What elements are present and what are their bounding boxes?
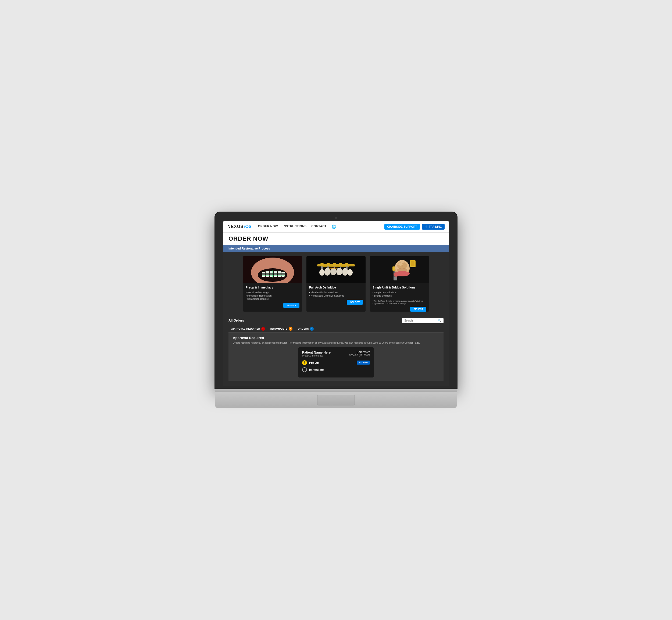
laptop-hinge xyxy=(215,389,457,392)
nav-order-now[interactable]: ORDER NOW xyxy=(258,224,278,229)
nav-instructions[interactable]: INSTRUCTIONS xyxy=(283,224,307,229)
screen-bezel: NEXUS iOS ORDER NOW INSTRUCTIONS CONTACT… xyxy=(215,212,457,389)
svg-rect-59 xyxy=(411,261,414,266)
feature-item: Bridge Solutions xyxy=(373,295,426,297)
card-fullarch-body: Full Arch Definitive Fixed Definitive So… xyxy=(306,283,366,303)
svg-point-30 xyxy=(342,268,348,275)
search-icon: 🔍 xyxy=(438,319,441,322)
logo-ios: iOS xyxy=(244,224,251,229)
nav-actions: CHAIRSIDE SUPPORT 👤 TRAINING xyxy=(384,224,445,229)
order-item-left: ! Pre Op xyxy=(302,360,319,365)
feature-item: Virtual Smile Design xyxy=(246,291,299,294)
tab-orders-badge: 3 xyxy=(310,327,314,331)
tab-approval-badge: 1 xyxy=(261,327,265,331)
tab-approval-label: APPROVAL REQUIRED xyxy=(231,327,260,330)
open-icon: ✎ xyxy=(359,361,361,364)
card-preop-body: Preop & Immediacy Virtual Smile Design I… xyxy=(243,283,302,306)
order-card-header: Patient Name Here Preop & Immediacy 8/31… xyxy=(302,351,370,358)
trackpad xyxy=(317,395,355,405)
card-preop-features: Virtual Smile Design Immediate Restorati… xyxy=(246,291,299,300)
tab-orders[interactable]: ORDERS 3 xyxy=(295,325,317,332)
svg-rect-33 xyxy=(327,263,330,266)
card-single-features: Single Unit Solutions Bridge Solutions xyxy=(373,291,426,297)
nav-bar: NEXUS iOS ORDER NOW INSTRUCTIONS CONTACT… xyxy=(223,221,449,232)
tab-incomplete-label: INCOMPLETE xyxy=(270,327,288,330)
order-item-immediate-label: Immediate xyxy=(309,368,324,371)
card-preop-image xyxy=(243,256,302,283)
open-preop-button[interactable]: ✎ OPEN xyxy=(357,361,370,365)
chairside-support-button[interactable]: CHAIRSIDE SUPPORT xyxy=(384,224,419,229)
intended-process-header: Intended Restorative Process xyxy=(223,245,449,252)
feature-item: Single Unit Solutions xyxy=(373,291,426,294)
svg-point-27 xyxy=(325,268,330,275)
tab-incomplete-badge: 1 xyxy=(289,327,292,331)
approval-title: Approval Required xyxy=(233,336,439,340)
svg-point-55 xyxy=(394,272,399,277)
page-title: ORDER NOW xyxy=(228,235,444,242)
feature-item: Removable Definitive Solutions xyxy=(309,295,363,297)
order-patient-info: Patient Name Here Preop & Immediacy xyxy=(302,351,331,358)
select-preop-button[interactable]: SELECT xyxy=(283,303,299,308)
logo-nexus: NEXUS xyxy=(227,224,243,229)
svg-rect-36 xyxy=(345,263,348,266)
card-single-image xyxy=(370,256,429,283)
card-fullarch: Full Arch Definitive Fixed Definitive So… xyxy=(306,256,366,312)
card-single: Single Unit & Bridge Solutions Single Un… xyxy=(370,256,429,312)
order-item-row-2: Immediate xyxy=(302,367,370,372)
card-fullarch-image xyxy=(306,256,366,283)
tab-orders-label: ORDERS xyxy=(298,327,309,330)
tabs-bar: APPROVAL REQUIRED 1 INCOMPLETE 1 ORDERS … xyxy=(228,325,444,332)
open-label: OPEN xyxy=(361,361,368,364)
card-preop-title: Preop & Immediacy xyxy=(246,286,299,289)
order-type: Preop & Immediacy xyxy=(302,354,331,357)
laptop-base xyxy=(215,392,457,408)
card-preop: Preop & Immediacy Virtual Smile Design I… xyxy=(243,256,302,312)
svg-point-56 xyxy=(398,263,403,266)
approval-description: Orders requiring Approval, or additional… xyxy=(233,342,439,344)
select-fullarch-button[interactable]: SELECT xyxy=(347,300,363,305)
svg-point-52 xyxy=(402,262,407,269)
svg-point-26 xyxy=(319,269,325,275)
tab-incomplete[interactable]: INCOMPLETE 1 xyxy=(268,325,295,332)
order-item-preop-label: Pre Op xyxy=(309,361,319,364)
training-button[interactable]: 👤 TRAINING xyxy=(422,224,445,229)
card-single-title: Single Unit & Bridge Solutions xyxy=(373,286,426,289)
card-fullarch-features: Fixed Definitive Solutions Removable Def… xyxy=(309,291,363,297)
order-item-row: ! Pre Op ✎ OPEN xyxy=(302,360,370,365)
approval-section: Approval Required Orders requiring Appro… xyxy=(228,332,444,381)
select-single-button[interactable]: SELECT xyxy=(410,307,426,312)
svg-point-31 xyxy=(347,269,353,275)
tab-approval-required[interactable]: APPROVAL REQUIRED 1 xyxy=(228,325,268,332)
order-date-info: 8/31/2022 37545-A (1710102) xyxy=(349,351,370,358)
laptop-camera xyxy=(335,217,337,219)
svg-rect-18 xyxy=(306,256,366,283)
nav-links: ORDER NOW INSTRUCTIONS CONTACT 🌐 xyxy=(258,224,385,229)
search-input[interactable] xyxy=(404,319,437,322)
circle-icon xyxy=(302,367,307,372)
order-date: 8/31/2022 xyxy=(349,351,370,354)
laptop-container: NEXUS iOS ORDER NOW INSTRUCTIONS CONTACT… xyxy=(215,212,457,408)
orders-section: All Orders 🔍 APPROVAL REQUIRED 1 INCOMPL xyxy=(228,316,444,381)
nav-contact[interactable]: CONTACT xyxy=(311,224,326,229)
svg-point-29 xyxy=(336,268,342,275)
feature-item: Immediate Restoration xyxy=(246,295,299,297)
search-box[interactable]: 🔍 xyxy=(402,318,444,323)
training-label: TRAINING xyxy=(429,225,442,228)
page-title-bar: ORDER NOW xyxy=(223,232,449,245)
orders-header: All Orders 🔍 xyxy=(228,316,444,325)
cards-container: Preop & Immediacy Virtual Smile Design I… xyxy=(223,252,449,316)
orders-title: All Orders xyxy=(228,319,244,322)
feature-item: Conversion Denture xyxy=(246,298,299,300)
svg-rect-32 xyxy=(321,263,324,266)
svg-rect-17 xyxy=(258,273,287,275)
svg-rect-34 xyxy=(333,263,336,266)
order-items: ! Pre Op ✎ OPEN xyxy=(302,360,370,372)
svg-rect-35 xyxy=(339,263,342,266)
globe-icon[interactable]: 🌐 xyxy=(331,224,336,229)
order-card: Patient Name Here Preop & Immediacy 8/31… xyxy=(298,347,374,377)
feature-item: Fixed Definitive Solutions xyxy=(309,291,363,294)
svg-point-37 xyxy=(330,268,336,275)
user-icon: 👤 xyxy=(425,225,428,228)
warning-icon: ! xyxy=(302,360,307,365)
logo: NEXUS iOS xyxy=(227,224,251,229)
